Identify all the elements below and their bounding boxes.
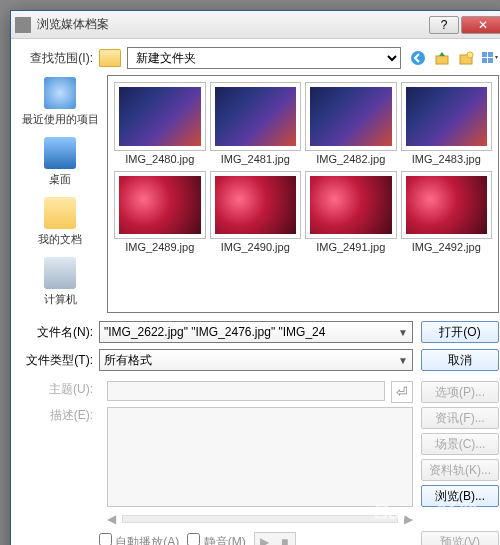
svg-point-0 (411, 51, 425, 65)
slider[interactable] (122, 515, 398, 523)
filename-label: 文件名(N): (21, 324, 99, 341)
folder-icon (99, 49, 121, 67)
lookin-combo[interactable]: 新建文件夹 (127, 47, 401, 69)
thumbnail-caption: IMG_2482.jpg (316, 153, 385, 165)
place-recent[interactable]: 最近使用的项目 (22, 77, 99, 127)
lookin-label: 查找范围(I): (21, 50, 99, 67)
file-list[interactable]: IMG_2480.jpgIMG_2481.jpgIMG_2482.jpgIMG_… (107, 75, 499, 313)
svg-rect-7 (488, 58, 493, 63)
window-title: 浏览媒体档案 (37, 16, 427, 33)
info-button[interactable]: 资讯(F)... (421, 407, 499, 429)
open-button[interactable]: 打开(O) (421, 321, 499, 343)
datatrack-button[interactable]: 资料轨(K)... (421, 459, 499, 481)
computer-icon (44, 257, 76, 289)
place-documents[interactable]: 我的文档 (38, 197, 82, 247)
view-icon[interactable] (481, 49, 499, 67)
stop-icon: ■ (276, 534, 294, 545)
file-thumb[interactable]: IMG_2480.jpg (114, 82, 206, 165)
right-arrow-icon[interactable]: ▶ (404, 512, 413, 526)
thumbnail-caption: IMG_2483.jpg (412, 153, 481, 165)
thumbnail-caption: IMG_2491.jpg (316, 241, 385, 253)
thumbnail-image (215, 87, 297, 146)
filetype-value: 所有格式 (104, 352, 152, 369)
newfolder-icon[interactable] (457, 49, 475, 67)
place-desktop[interactable]: 桌面 (44, 137, 76, 187)
thumbnail-caption: IMG_2492.jpg (412, 241, 481, 253)
desc-label: 描述(E): (21, 407, 99, 507)
thumbnail-image (406, 87, 488, 146)
thumbnail-caption: IMG_2481.jpg (221, 153, 290, 165)
thumbnail-caption: IMG_2490.jpg (221, 241, 290, 253)
titlebar[interactable]: 浏览媒体档案 ? ✕ (11, 11, 500, 39)
up-icon[interactable] (433, 49, 451, 67)
autoplay-checkbox[interactable]: 自動播放(A) (99, 533, 179, 545)
thumbnail-image (310, 176, 392, 235)
thumbnail-image (215, 176, 297, 235)
chevron-down-icon: ▼ (398, 327, 408, 338)
file-thumb[interactable]: IMG_2490.jpg (210, 171, 302, 254)
thumbnail-image (406, 176, 488, 235)
file-thumb[interactable]: IMG_2483.jpg (401, 82, 493, 165)
filename-value: "IMG_2622.jpg" "IMG_2476.jpg" "IMG_24 (104, 325, 325, 339)
back-icon[interactable] (409, 49, 427, 67)
file-thumb[interactable]: IMG_2481.jpg (210, 82, 302, 165)
return-icon[interactable]: ⏎ (391, 381, 413, 403)
mute-checkbox[interactable]: 静音(M) (187, 533, 245, 545)
recent-icon (44, 77, 76, 109)
thumbnail-caption: IMG_2489.jpg (125, 241, 194, 253)
thumbnail-image (119, 87, 201, 146)
file-thumb[interactable]: IMG_2491.jpg (305, 171, 397, 254)
chevron-down-icon: ▼ (398, 355, 408, 366)
desc-textarea[interactable] (107, 407, 413, 507)
filename-input[interactable]: "IMG_2622.jpg" "IMG_2476.jpg" "IMG_24 ▼ (99, 321, 413, 343)
scene-button[interactable]: 场景(C)... (421, 433, 499, 455)
places-bar: 最近使用的项目 桌面 我的文档 计算机 (21, 75, 99, 313)
cancel-button[interactable]: 取消 (421, 349, 499, 371)
desktop-icon (44, 137, 76, 169)
subject-input[interactable] (107, 381, 385, 401)
options-button[interactable]: 选项(P)... (421, 381, 499, 403)
play-controls[interactable]: ▶■ (254, 532, 296, 545)
place-computer[interactable]: 计算机 (44, 257, 77, 307)
thumbnail-image (119, 176, 201, 235)
app-icon (15, 17, 31, 33)
svg-point-3 (467, 52, 473, 58)
filetype-label: 文件类型(T): (21, 352, 99, 369)
help-button[interactable]: ? (429, 16, 459, 34)
filetype-select[interactable]: 所有格式 ▼ (99, 349, 413, 371)
svg-rect-1 (436, 56, 448, 64)
file-dialog: 浏览媒体档案 ? ✕ 查找范围(I): 新建文件夹 最近使用的项目 桌面 我 (10, 10, 500, 545)
play-icon: ▶ (256, 534, 274, 545)
browse-button[interactable]: 浏览(B)... (421, 485, 499, 507)
close-button[interactable]: ✕ (461, 16, 500, 34)
documents-icon (44, 197, 76, 229)
file-thumb[interactable]: IMG_2482.jpg (305, 82, 397, 165)
file-thumb[interactable]: IMG_2489.jpg (114, 171, 206, 254)
thumbnail-caption: IMG_2480.jpg (125, 153, 194, 165)
svg-rect-4 (482, 52, 487, 57)
thumbnail-image (310, 87, 392, 146)
left-arrow-icon[interactable]: ◀ (107, 512, 116, 526)
preview-button[interactable]: 预览(V) (421, 531, 499, 545)
svg-rect-5 (488, 52, 493, 57)
svg-rect-6 (482, 58, 487, 63)
file-thumb[interactable]: IMG_2492.jpg (401, 171, 493, 254)
subject-label: 主题(U): (21, 381, 99, 403)
